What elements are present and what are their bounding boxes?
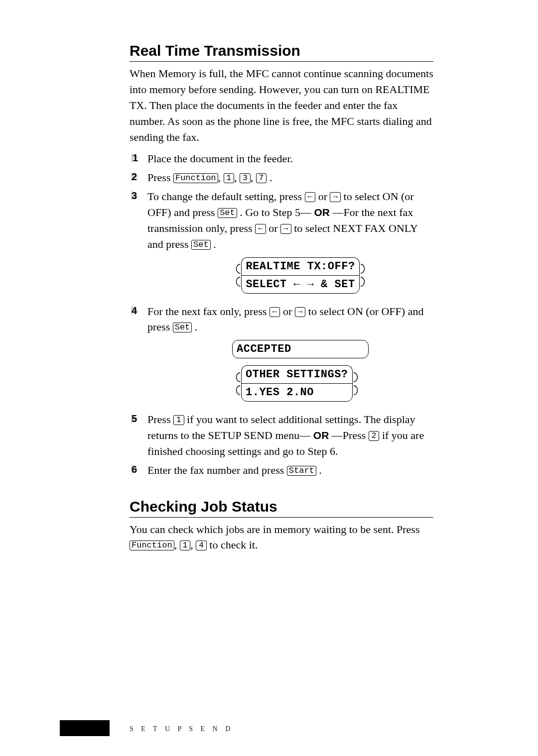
key-4: 4 xyxy=(196,540,207,550)
key-function: Function xyxy=(173,173,218,183)
step-4-text: For the next fax only, press ← or → to s… xyxy=(147,304,433,409)
step-6-text: Enter the fax number and press Start . xyxy=(147,462,433,478)
t: —Press xyxy=(332,429,369,441)
bracket-right-icon xyxy=(353,372,362,395)
t: Press xyxy=(147,171,173,184)
or: OR xyxy=(314,207,330,218)
step-number-6: 6 xyxy=(130,462,143,476)
section-heading-2: Checking Job Status xyxy=(130,498,433,515)
t: . xyxy=(319,464,322,476)
divider xyxy=(130,61,433,62)
key-left: ← xyxy=(305,192,316,202)
bracket-right-icon xyxy=(360,264,369,287)
lcd-display-2-3: ACCEPTED OTHER SETTINGS? 1.YES 2.NO xyxy=(147,340,433,402)
key-set: Set xyxy=(191,240,211,250)
t: . xyxy=(213,238,216,250)
step-number-3: 3 xyxy=(130,189,143,203)
t: Enter the fax number and press xyxy=(147,464,287,476)
key-left: ← xyxy=(269,307,280,317)
bracket-left-icon xyxy=(232,372,241,395)
step-number-4: 4 xyxy=(130,304,143,318)
t: . Go to Step 5— xyxy=(240,206,311,218)
key-1: 1 xyxy=(224,173,235,183)
key-right: → xyxy=(280,224,291,234)
key-1: 1 xyxy=(180,540,191,550)
t: Press xyxy=(147,413,173,426)
t: to check it. xyxy=(209,539,258,551)
t: For the next fax only, press xyxy=(147,305,269,318)
t: To change the default setting, press xyxy=(147,190,305,203)
step-number-5: 5 xyxy=(130,412,143,426)
t: You can check which jobs are in memory w… xyxy=(130,523,419,536)
step-5-text: Press 1 if you want to select additional… xyxy=(147,412,433,459)
key-function: Function xyxy=(130,540,174,550)
t: . xyxy=(195,321,198,333)
steps-list: 1 Place the document in the feeder. 2 Pr… xyxy=(130,151,433,478)
step-number-1: 1 xyxy=(130,151,143,165)
key-left: ← xyxy=(255,224,266,234)
section2-body: You can check which jobs are in memory w… xyxy=(130,522,433,553)
footer-text: S E T U P S E N D xyxy=(130,725,233,733)
step-2-text: Press Function, 1, 3, 7 . xyxy=(147,170,433,186)
divider xyxy=(130,517,433,518)
lcd-line: OTHER SETTINGS? xyxy=(241,365,353,383)
lcd-line: REALTIME TX:OFF? xyxy=(241,257,359,275)
lcd-display-1: REALTIME TX:OFF? SELECT ← → & SET xyxy=(147,257,433,294)
svg-text:1: 1 xyxy=(133,152,138,163)
key-right: → xyxy=(295,307,306,317)
key-7: 7 xyxy=(256,173,267,183)
svg-text:6: 6 xyxy=(132,464,137,475)
key-set: Set xyxy=(218,208,237,218)
t: . xyxy=(269,171,272,184)
section1-intro: When Memory is full, the MFC cannot cont… xyxy=(130,66,433,145)
svg-text:2: 2 xyxy=(132,171,137,182)
key-start: Start xyxy=(287,466,316,476)
key-set: Set xyxy=(173,323,192,332)
t: or xyxy=(269,222,280,234)
page-footer: S E T U P S E N D xyxy=(0,720,538,736)
lcd-line: SELECT ← → & SET xyxy=(241,275,359,294)
key-3: 3 xyxy=(240,173,251,183)
section-heading-1: Real Time Transmission xyxy=(130,42,433,59)
t: or xyxy=(283,305,295,318)
key-right: → xyxy=(330,192,341,202)
svg-text:5: 5 xyxy=(132,413,137,424)
key-1: 1 xyxy=(173,415,184,425)
step-3-text: To change the default setting, press ← o… xyxy=(147,189,433,300)
lcd-line: 1.YES 2.NO xyxy=(241,383,353,402)
key-2: 2 xyxy=(369,431,380,441)
footer-bar xyxy=(60,720,110,736)
bracket-left-icon xyxy=(232,264,241,287)
or: OR xyxy=(313,430,329,441)
svg-text:3: 3 xyxy=(132,190,137,201)
lcd-line: ACCEPTED xyxy=(232,340,369,358)
t: or xyxy=(318,190,330,203)
step-number-2: 2 xyxy=(130,170,143,184)
svg-text:4: 4 xyxy=(132,305,137,316)
step-1-text: Place the document in the feeder. xyxy=(147,151,433,167)
